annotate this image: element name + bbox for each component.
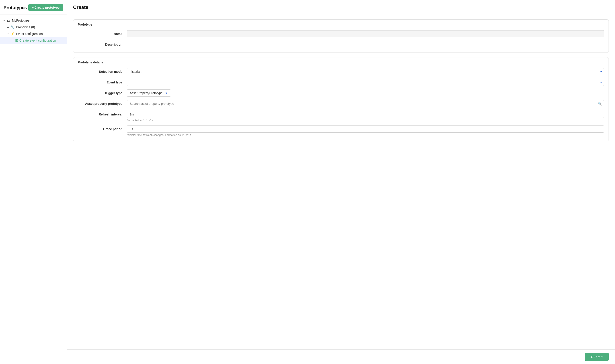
description-control <box>127 41 604 48</box>
prototype-legend: Prototype <box>73 20 609 26</box>
event-type-label: Event type <box>78 79 127 84</box>
detection-mode-control: historian realtime batch ▾ <box>127 68 604 75</box>
submit-button[interactable]: Submit <box>585 353 609 361</box>
tree-item-event-configurations[interactable]: ▾ ⚡ Event configurations <box>0 30 67 37</box>
tree-label-create-event-configuration: Create event configuration <box>19 39 56 42</box>
trigger-type-select[interactable]: AssetPropertyPrototype Manual Scheduled <box>127 90 171 97</box>
refresh-interval-hint: Formatted as 1h1m1s <box>127 119 604 122</box>
details-section-body: Detection mode historian realtime batch … <box>73 65 609 141</box>
right-title: Create <box>73 4 88 10</box>
grace-period-control: Minimal time between changes. Formatted … <box>127 126 604 137</box>
chevron-events: ▾ <box>6 32 10 36</box>
chevron-create-event <box>11 39 15 42</box>
asset-property-label: Asset property prototype <box>78 100 127 105</box>
tree-item-properties[interactable]: ▶ 🔧 Properties (0) <box>0 24 67 30</box>
grace-period-input[interactable] <box>127 126 604 133</box>
tree-label-properties: Properties (0) <box>16 25 35 29</box>
right-header: Create <box>67 0 615 14</box>
grace-period-label: Grace period <box>78 126 127 131</box>
trigger-type-control: AssetPropertyPrototype Manual Scheduled … <box>127 90 604 97</box>
description-label: Description <box>78 41 127 46</box>
refresh-interval-input[interactable] <box>127 111 604 118</box>
trigger-type-label: Trigger type <box>78 90 127 95</box>
trigger-select-inner: AssetPropertyPrototype Manual Scheduled … <box>127 90 167 97</box>
right-content: Prototype Name Description <box>67 14 615 349</box>
tree-label-myprototype: MyPrototype <box>12 19 30 22</box>
event-type-row: Event type ▾ <box>78 79 604 86</box>
asset-property-row: Asset property prototype 🔍 <box>78 100 604 107</box>
name-row: Name <box>78 30 604 37</box>
right-panel: Create Prototype Name Description <box>67 0 615 364</box>
tree-label-event-configurations: Event configurations <box>16 32 44 36</box>
prototype-section: Prototype Name Description <box>73 19 609 53</box>
grace-period-hint: Minimal time between changes. Formatted … <box>127 133 604 137</box>
refresh-interval-control: Formatted as 1h1m1s <box>127 111 604 122</box>
asset-property-search-input[interactable] <box>127 100 604 107</box>
trigger-type-row: Trigger type AssetPropertyPrototype Manu… <box>78 90 604 97</box>
tree-item-myprototype[interactable]: ▾ 🗂 MyPrototype <box>0 17 67 24</box>
details-legend: Prototype details <box>73 57 609 64</box>
create-prototype-button[interactable]: + Create prototype <box>28 4 63 11</box>
chevron-properties: ▶ <box>6 25 10 29</box>
description-input[interactable] <box>127 41 604 48</box>
prototype-section-body: Name Description <box>73 27 609 52</box>
detection-mode-label: Detection mode <box>78 68 127 73</box>
event-type-control: ▾ <box>127 79 604 86</box>
chevron-myprototype: ▾ <box>2 19 6 22</box>
asset-property-control: 🔍 <box>127 100 604 107</box>
name-label: Name <box>78 30 127 36</box>
left-panel: Prototypes + Create prototype ▾ 🗂 MyProt… <box>0 0 67 364</box>
plus-square-icon: ⊞ <box>15 38 18 42</box>
tree-item-create-event-configuration[interactable]: ⊞ Create event configuration <box>0 37 67 44</box>
prototypes-title: Prototypes <box>4 5 27 10</box>
description-row: Description <box>78 41 604 48</box>
name-input[interactable] <box>127 30 604 37</box>
detection-mode-row: Detection mode historian realtime batch … <box>78 68 604 75</box>
prototype-icon: 🗂 <box>6 18 11 23</box>
name-control <box>127 30 604 37</box>
prototype-details-section: Prototype details Detection mode histori… <box>73 57 609 141</box>
detection-mode-select[interactable]: historian realtime batch <box>127 68 604 75</box>
event-type-select-wrap: ▾ <box>127 79 604 86</box>
search-input-wrap: 🔍 <box>127 100 604 107</box>
left-header: Prototypes + Create prototype <box>0 0 67 14</box>
tree-section: ▾ 🗂 MyPrototype ▶ 🔧 Properties (0) ▾ ⚡ E… <box>0 14 67 364</box>
detection-mode-select-wrap: historian realtime batch ▾ <box>127 68 604 75</box>
trigger-type-wrap: AssetPropertyPrototype Manual Scheduled … <box>127 90 604 97</box>
grace-period-row: Grace period Minimal time between change… <box>78 126 604 137</box>
bottom-bar: Submit <box>67 349 615 364</box>
refresh-interval-row: Refresh interval Formatted as 1h1m1s <box>78 111 604 122</box>
event-type-select[interactable] <box>127 79 604 86</box>
refresh-interval-label: Refresh interval <box>78 111 127 116</box>
event-icon: ⚡ <box>10 32 15 36</box>
properties-icon: 🔧 <box>10 25 15 29</box>
